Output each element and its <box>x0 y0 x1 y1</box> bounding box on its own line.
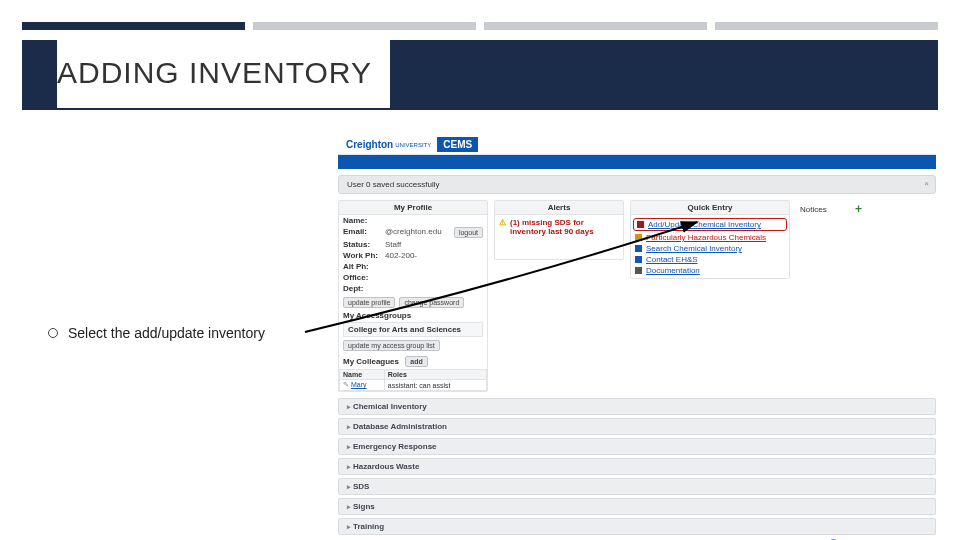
color-swatch-icon <box>635 234 642 241</box>
color-swatch-icon <box>637 221 644 228</box>
profile-header: My Profile <box>339 201 487 215</box>
app-header: Creighton UNIVERSITY CEMS <box>338 135 936 155</box>
lbl-workph: Work Ph: <box>343 251 385 260</box>
colleagues-table: NameRoles ✎ Mary assistant: can assist <box>339 369 487 391</box>
quick-entry-item[interactable]: Documentation <box>635 265 785 276</box>
lbl-email: Email: <box>343 227 385 238</box>
lbl-office: Office: <box>343 273 385 282</box>
logo-name: Creighton <box>346 139 393 150</box>
quick-entry-item[interactable]: Particularly Hazardous Chemicals <box>635 232 785 243</box>
accessgroup-item: College for Arts and Sciences <box>343 322 483 337</box>
alert-item[interactable]: ⚠ (1) missing SDS for inventory last 90 … <box>495 215 623 239</box>
lbl-status: Status: <box>343 240 385 249</box>
row-role: assistant: can assist <box>384 380 486 391</box>
val-email: @creighton.edu <box>385 227 448 238</box>
update-profile-button[interactable]: update profile <box>343 297 395 308</box>
logo-subtitle: UNIVERSITY <box>395 142 431 148</box>
accordion-row[interactable]: Chemical Inventory <box>338 398 936 415</box>
accordion-row[interactable]: Database Administration <box>338 418 936 435</box>
nav-bar <box>338 155 936 169</box>
lbl-dept: Dept: <box>343 284 385 293</box>
quick-header: Quick Entry <box>631 201 789 215</box>
bullet-item: Select the add/update inventory <box>48 325 265 341</box>
accordion-row[interactable]: SDS <box>338 478 936 495</box>
color-swatch-icon <box>635 256 642 263</box>
add-colleague-button[interactable]: add <box>405 356 427 367</box>
accordion-row[interactable]: Emergency Response <box>338 438 936 455</box>
change-password-button[interactable]: change password <box>399 297 464 308</box>
alerts-header: Alerts <box>495 201 623 215</box>
bullet-text: Select the add/update inventory <box>68 325 265 341</box>
notices-panel: Notices + <box>796 200 866 218</box>
quick-entry-item[interactable]: Add/Update Chemical Inventory <box>633 218 787 231</box>
accordion: Chemical InventoryDatabase Administratio… <box>338 398 936 535</box>
val-status: Staff <box>385 240 483 249</box>
lbl-altph: Alt Ph: <box>343 262 385 271</box>
quick-entry-label: Particularly Hazardous Chemicals <box>646 233 766 242</box>
table-row: ✎ Mary assistant: can assist <box>340 380 487 391</box>
quick-entry-item[interactable]: Contact EH&S <box>635 254 785 265</box>
title-block: ADDING INVENTORY <box>22 38 938 110</box>
accordion-row[interactable]: Signs <box>338 498 936 515</box>
flash-message: User 0 saved successfully × <box>338 175 936 194</box>
quick-entry-label: Documentation <box>646 266 700 275</box>
alert-text: (1) missing SDS for inventory last 90 da… <box>510 218 619 236</box>
bullet-mark-icon <box>48 328 58 338</box>
page-title: ADDING INVENTORY <box>57 38 390 108</box>
accordion-row[interactable]: Training <box>338 518 936 535</box>
flash-text: User 0 saved successfully <box>347 180 439 189</box>
accordion-row[interactable]: Hazardous Waste <box>338 458 936 475</box>
color-swatch-icon <box>635 245 642 252</box>
colleagues-header: My Colleagues add <box>339 354 487 369</box>
lbl-name: Name: <box>343 216 385 225</box>
warning-icon: ⚠ <box>499 218 506 236</box>
logout-button[interactable]: logout <box>454 227 483 238</box>
notices-header: Notices <box>800 205 827 214</box>
quick-entry-label: Search Chemical Inventory <box>646 244 742 253</box>
plus-icon[interactable]: + <box>855 202 862 216</box>
quick-entry-label: Add/Update Chemical Inventory <box>648 220 761 229</box>
close-icon[interactable]: × <box>924 179 929 188</box>
color-swatch-icon <box>635 267 642 274</box>
cems-screenshot: Creighton UNIVERSITY CEMS User 0 saved s… <box>338 135 936 540</box>
col-roles: Roles <box>384 370 486 380</box>
profile-panel: My Profile Name: Email: @creighton.edu l… <box>338 200 488 392</box>
col-name: Name <box>340 370 385 380</box>
accessgroups-header: My Accessgroups <box>339 309 487 322</box>
alerts-panel: Alerts ⚠ (1) missing SDS for inventory l… <box>494 200 624 260</box>
val-workph: 402-200- <box>385 251 483 260</box>
decorative-stripe <box>22 22 938 30</box>
update-accessgroup-button[interactable]: update my access group list <box>343 340 440 351</box>
logo-app: CEMS <box>437 137 478 152</box>
quick-entry-item[interactable]: Search Chemical Inventory <box>635 243 785 254</box>
row-name[interactable]: Mary <box>351 381 367 388</box>
quick-entry-label: Contact EH&S <box>646 255 698 264</box>
quick-entry-panel: Quick Entry Add/Update Chemical Inventor… <box>630 200 790 279</box>
